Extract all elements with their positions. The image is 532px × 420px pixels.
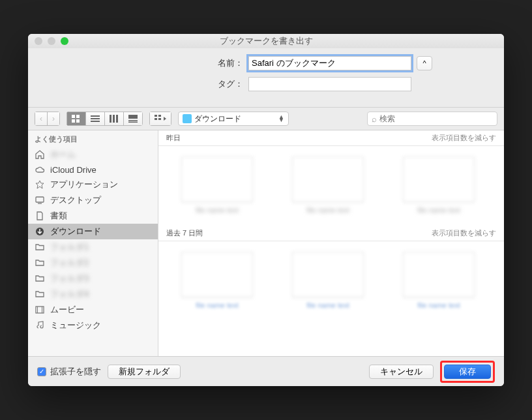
file-name: file name text [306, 206, 349, 223]
hide-extension-checkbox[interactable]: ✓ 拡張子を隠す [37, 366, 101, 378]
svg-rect-14 [158, 115, 161, 117]
svg-rect-8 [113, 115, 115, 123]
movie-icon [35, 305, 46, 315]
new-folder-button[interactable]: 新規フォルダ [108, 365, 181, 379]
column-icon [110, 115, 119, 123]
file-thumbnail [403, 252, 475, 297]
group-header: 昨日表示項目数を減らす [158, 130, 504, 146]
search-input[interactable] [379, 114, 493, 123]
file-name: file name text [196, 301, 238, 318]
svg-rect-12 [128, 122, 138, 123]
sidebar-item-download-5[interactable]: ダウンロード [28, 224, 158, 239]
folder-icon [35, 289, 46, 299]
sidebar-item-folder-6[interactable]: フォルダ1 [28, 239, 158, 255]
file-item[interactable]: file name text [393, 157, 484, 223]
svg-rect-15 [155, 118, 157, 120]
sidebar-item-label: フォルダ3 [50, 273, 89, 284]
arrange-icon [155, 115, 166, 123]
sidebar-item-music-11[interactable]: ミュージック [28, 318, 158, 333]
file-thumbnail [181, 157, 253, 202]
sidebar-item-label: ホーム [50, 149, 76, 160]
svg-rect-6 [91, 121, 100, 122]
svg-rect-2 [72, 119, 75, 123]
sidebar-item-desktop-3[interactable]: デスクトップ [28, 192, 158, 208]
list-icon [91, 115, 100, 123]
titlebar: ブックマークを書き出す [28, 34, 504, 48]
view-mode [66, 112, 143, 126]
sidebar-item-label: フォルダ2 [50, 257, 89, 269]
app-icon [35, 179, 46, 190]
file-grid: file name textfile name textfile name te… [158, 146, 504, 226]
save-highlight: 保存 [440, 361, 495, 383]
tag-label: タグ： [100, 78, 243, 90]
minimize-button[interactable] [48, 37, 55, 45]
svg-rect-11 [128, 120, 138, 121]
cancel-button[interactable]: キャンセル [369, 365, 434, 379]
svg-rect-0 [72, 115, 75, 118]
svg-rect-20 [36, 307, 44, 313]
sidebar-item-folder-7[interactable]: フォルダ2 [28, 255, 158, 271]
footer: ✓ 拡張子を隠す 新規フォルダ キャンセル 保存 [28, 356, 504, 386]
expand-toggle[interactable]: ^ [417, 56, 432, 70]
grid-icon [72, 115, 81, 123]
sidebar-item-doc-4[interactable]: 書類 [28, 208, 158, 224]
show-fewer-link[interactable]: 表示項目数を減らす [432, 228, 496, 238]
sidebar-item-cloud-1[interactable]: iCloud Drive [28, 162, 158, 177]
music-icon [35, 320, 46, 331]
column-view-button[interactable] [105, 112, 124, 126]
svg-rect-13 [155, 115, 157, 117]
close-button[interactable] [35, 37, 42, 45]
hide-extension-label: 拡張子を隠す [50, 366, 101, 378]
sidebar-item-folder-9[interactable]: フォルダ4 [28, 286, 158, 302]
arrange-button[interactable] [149, 112, 171, 126]
name-label: 名前： [100, 57, 243, 69]
filename-input[interactable] [248, 56, 411, 70]
svg-rect-3 [76, 119, 80, 123]
sidebar-item-label: フォルダ1 [50, 241, 89, 253]
sidebar-item-label: iCloud Drive [50, 165, 96, 175]
save-header: 名前： ^ タグ： [28, 48, 504, 107]
home-icon [35, 149, 46, 160]
sidebar-item-home-0[interactable]: ホーム [28, 147, 158, 162]
file-item[interactable]: file name text [282, 252, 374, 318]
file-item[interactable]: file name text [393, 252, 484, 318]
svg-rect-1 [76, 115, 80, 118]
sidebar-item-folder-8[interactable]: フォルダ3 [28, 271, 158, 286]
file-thumbnail [292, 157, 364, 202]
icon-view-button[interactable] [66, 112, 86, 126]
sidebar-item-movie-10[interactable]: ムービー [28, 302, 158, 318]
sidebar-item-app-2[interactable]: アプリケーション [28, 177, 158, 192]
file-item[interactable]: file name text [282, 157, 374, 223]
toolbar: ‹ › ダウンロード ▲▼ [28, 107, 504, 130]
list-view-button[interactable] [86, 112, 105, 126]
zoom-button[interactable] [61, 37, 68, 45]
chevron-updown-icon: ▲▼ [278, 115, 284, 122]
svg-rect-4 [91, 115, 100, 117]
show-fewer-link[interactable]: 表示項目数を減らす [432, 133, 496, 143]
location-label: ダウンロード [194, 113, 278, 125]
back-button[interactable]: ‹ [35, 112, 48, 126]
location-popup[interactable]: ダウンロード ▲▼ [178, 112, 289, 126]
window-controls [28, 37, 68, 45]
coverflow-icon [128, 115, 138, 123]
file-thumbnail [292, 252, 364, 297]
search-field[interactable]: ⌕ [367, 112, 497, 126]
group-title: 昨日 [166, 133, 181, 143]
forward-button[interactable]: › [48, 112, 60, 126]
doc-icon [35, 211, 46, 221]
file-item[interactable]: file name text [171, 252, 263, 318]
svg-rect-5 [91, 118, 100, 119]
checkbox-icon: ✓ [37, 367, 46, 376]
tag-input[interactable] [248, 77, 411, 91]
file-name: file name text [196, 206, 238, 223]
coverflow-view-button[interactable] [124, 112, 143, 126]
svg-rect-17 [36, 197, 44, 202]
svg-rect-9 [116, 115, 118, 123]
sidebar-item-label: ムービー [50, 304, 84, 316]
download-icon [35, 226, 46, 237]
file-item[interactable]: file name text [171, 157, 263, 223]
save-button[interactable]: 保存 [444, 365, 491, 379]
window-title: ブックマークを書き出す [28, 35, 504, 47]
folder-icon [35, 242, 46, 252]
sidebar-item-label: アプリケーション [50, 179, 118, 190]
